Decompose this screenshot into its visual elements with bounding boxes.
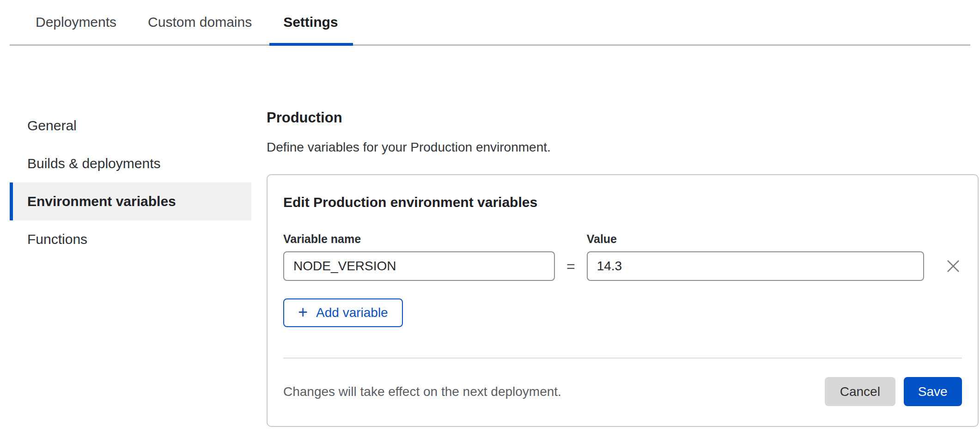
card-title: Edit Production environment variables [283,195,962,210]
card-divider [283,358,962,359]
sidebar-item-environment-variables[interactable]: Environment variables [10,182,251,220]
section-description: Define variables for your Production env… [267,140,979,155]
variable-value-field-group: Value [587,232,924,281]
variable-name-input[interactable] [283,251,555,281]
remove-variable-button[interactable] [944,251,962,281]
add-variable-button[interactable]: + Add variable [283,298,403,327]
add-variable-label: Add variable [316,305,388,320]
footer-note: Changes will take effect on the next dep… [283,384,561,399]
equals-sign: = [566,251,575,281]
tab-deployments[interactable]: Deployments [36,0,116,44]
sidebar-item-builds-deployments[interactable]: Builds & deployments [10,145,251,182]
card-footer: Changes will take effect on the next dep… [283,377,962,406]
plus-icon: + [298,304,308,321]
x-icon [944,257,962,275]
settings-main: Production Define variables for your Pro… [267,107,979,427]
footer-actions: Cancel Save [825,377,962,406]
settings-layout: General Builds & deployments Environment… [0,107,980,427]
variable-row: Variable name = Value [283,232,962,281]
project-tab-bar: Deployments Custom domains Settings [10,0,970,46]
variable-name-label: Variable name [283,232,555,246]
sidebar-item-general[interactable]: General [10,107,251,145]
cancel-button[interactable]: Cancel [825,377,895,406]
sidebar-item-functions[interactable]: Functions [10,220,251,258]
settings-sidebar: General Builds & deployments Environment… [10,107,251,258]
tab-settings[interactable]: Settings [283,0,338,44]
save-button[interactable]: Save [904,377,962,406]
tab-custom-domains[interactable]: Custom domains [148,0,252,44]
variable-name-field-group: Variable name [283,232,555,281]
page-title: Production [267,110,979,126]
variable-value-label: Value [587,232,924,246]
env-variables-card: Edit Production environment variables Va… [267,174,979,427]
variable-value-input[interactable] [587,251,924,281]
